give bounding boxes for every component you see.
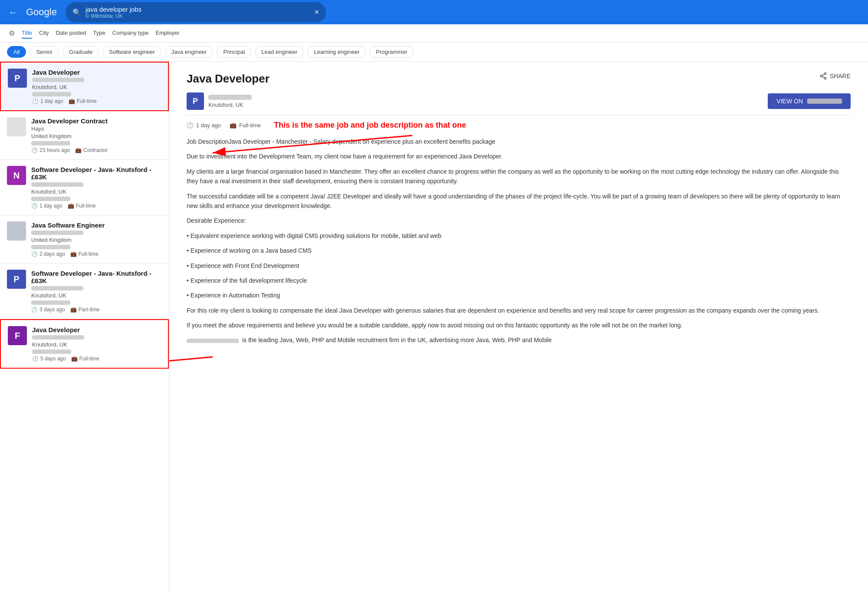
detail-time: 🕐 1 day ago <box>187 122 221 129</box>
share-label: SHARE <box>830 73 851 79</box>
clock-icon-detail: 🕐 <box>187 122 194 129</box>
company-name-blur-detail <box>187 339 239 343</box>
tag-graduate[interactable]: Graduate <box>62 46 99 58</box>
clock-icon-4: 🕐 <box>31 251 38 257</box>
job-info-2: Java Developer Contract Hays United King… <box>31 117 162 153</box>
tag-principal[interactable]: Principal <box>217 46 251 58</box>
filter-company-type[interactable]: Company type <box>112 28 149 39</box>
job-title-5: Software Developer - Java- Knutsford - £… <box>31 270 162 284</box>
job-company-blur-1 <box>32 78 84 82</box>
header: ← Google 🔍 java developer jobs © Wilmslo… <box>0 0 868 24</box>
body-para-9: • Experience in Automation Testing <box>187 290 851 300</box>
back-button[interactable]: ← <box>9 7 17 17</box>
view-on-button[interactable]: VIEW ON <box>768 93 851 109</box>
job-meta-5: 🕐 3 days ago 💼 Part-time <box>31 307 162 313</box>
clock-icon-2: 🕐 <box>31 147 38 153</box>
job-location-3: Knutsford, UK <box>31 188 162 195</box>
job-company-blur-6 <box>32 335 84 340</box>
job-company-blur-5 <box>31 286 83 290</box>
job-company-2: Hays <box>31 125 162 132</box>
search-close-button[interactable]: × <box>314 8 319 17</box>
detail-title: Java Developer <box>187 72 270 86</box>
job-card-2[interactable]: Java Developer Contract Hays United King… <box>0 111 169 160</box>
job-time-6: 🕐 5 days ago <box>32 356 66 362</box>
job-title-1: Java Developer <box>32 69 161 76</box>
tag-software-engineer[interactable]: Software engineer <box>102 46 161 58</box>
body-para-5: • Equivalent experience working with dig… <box>187 231 851 241</box>
annotation-text: This is the same job and job description… <box>274 121 466 130</box>
clock-icon-6: 🕐 <box>32 356 39 362</box>
detail-meta: 🕐 1 day ago 💼 Full-time This is the same… <box>187 121 851 130</box>
avatar-job3: N <box>7 166 26 185</box>
filter-type[interactable]: Type <box>93 28 105 39</box>
bag-icon-detail: 💼 <box>230 122 237 129</box>
job-type-2: 💼 Contractor <box>75 147 108 153</box>
job-time-4: 🕐 2 days ago <box>31 251 65 257</box>
detail-company-name-blur <box>208 95 252 100</box>
job-info-3: Software Developer - Java- Knutsford - £… <box>31 166 162 209</box>
svg-line-3 <box>822 76 824 78</box>
job-time-3: 🕐 1 day ago <box>31 203 62 209</box>
tag-all[interactable]: All <box>7 46 26 58</box>
avatar-job6: F <box>8 326 27 345</box>
job-type-1: 💼 Full-time <box>69 98 97 104</box>
job-location-4: United Kingdom <box>31 237 162 243</box>
job-meta-2: 🕐 23 hours ago 💼 Contractor <box>31 147 162 153</box>
body-para-0: Job DescriptionJava Developer - Manchest… <box>187 137 851 146</box>
body-para-6: • Experience of working on a Java based … <box>187 246 851 255</box>
job-salary-blur-4 <box>31 245 70 249</box>
job-list: P Java Developer Knutsford, UK 🕐 1 day a… <box>0 62 169 594</box>
job-info-5: Software Developer - Java- Knutsford - £… <box>31 270 162 313</box>
job-card-5[interactable]: P Software Developer - Java- Knutsford -… <box>0 264 169 319</box>
filter-employer[interactable]: Employer <box>156 28 180 39</box>
job-location-2: United Kingdom <box>31 133 162 139</box>
body-para-8: • Experience of the full development lif… <box>187 276 851 285</box>
detail-company-details: Knutsford, UK <box>208 95 252 108</box>
job-type-6: 💼 Full-time <box>71 356 99 362</box>
job-type-5: 💼 Part-time <box>70 307 100 313</box>
avatar-job2 <box>7 117 26 136</box>
body-para-7: • Experience with Front End Development <box>187 261 851 271</box>
bag-icon-2: 💼 <box>75 147 82 153</box>
job-meta-6: 🕐 5 days ago 💼 Full-time <box>32 356 161 362</box>
filter-city[interactable]: City <box>39 28 49 39</box>
body-para-4: Desirable Experience: <box>187 216 851 225</box>
tag-programmer[interactable]: Programmer <box>369 46 414 58</box>
body-para-10: For this role my client is looking to co… <box>187 306 851 315</box>
job-location-6: Knutsford, UK <box>32 341 161 348</box>
svg-line-4 <box>822 74 824 76</box>
detail-company-row: P Knutsford, UK VIEW ON <box>187 92 851 110</box>
main-content: P Java Developer Knutsford, UK 🕐 1 day a… <box>0 62 868 594</box>
clock-icon-1: 🕐 <box>32 98 39 104</box>
body-para-12: is the leading Java, Web, PHP and Mobile… <box>187 335 851 345</box>
job-company-blur-3 <box>31 182 83 187</box>
bag-icon-1: 💼 <box>69 98 75 104</box>
job-card-6[interactable]: F Java Developer Knutsford, UK 🕐 5 days … <box>0 319 169 369</box>
job-title-2: Java Developer Contract <box>31 117 162 125</box>
job-card-3[interactable]: N Software Developer - Java- Knutsford -… <box>0 160 169 215</box>
job-meta-4: 🕐 2 days ago 💼 Full-time <box>31 251 162 257</box>
svg-point-0 <box>824 73 826 75</box>
search-bar[interactable]: 🔍 java developer jobs © Wilmslow, UK × <box>66 2 326 23</box>
search-content: java developer jobs © Wilmslow, UK <box>85 6 310 19</box>
filter-bar: ⚙ Title City Date posted Type Company ty… <box>0 24 868 43</box>
tag-learning-engineer[interactable]: Learning engineer <box>307 46 366 58</box>
job-card-1[interactable]: P Java Developer Knutsford, UK 🕐 1 day a… <box>0 62 169 111</box>
filter-title[interactable]: Title <box>22 28 32 39</box>
job-info-1: Java Developer Knutsford, UK 🕐 1 day ago… <box>32 69 161 104</box>
job-info-6: Java Developer Knutsford, UK 🕐 5 days ag… <box>32 326 161 362</box>
job-salary-blur-1 <box>32 92 71 96</box>
filter-icon: ⚙ <box>9 29 15 37</box>
tag-java-engineer[interactable]: Java engineer <box>165 46 214 58</box>
bag-icon-5: 💼 <box>70 307 77 313</box>
tag-lead-engineer[interactable]: Lead engineer <box>255 46 304 58</box>
body-para-3: The successful candidate will be a compe… <box>187 191 851 211</box>
detail-header: Java Developer SHARE <box>187 72 851 86</box>
job-salary-blur-5 <box>31 300 70 305</box>
body-para-1: Due to investment into the Development T… <box>187 152 851 161</box>
svg-line-7 <box>169 357 213 374</box>
share-button[interactable]: SHARE <box>819 72 851 80</box>
job-card-4[interactable]: Java Software Engineer United Kingdom 🕐 … <box>0 215 169 264</box>
tag-senior[interactable]: Senior <box>30 46 59 58</box>
filter-date-posted[interactable]: Date posted <box>56 28 86 39</box>
